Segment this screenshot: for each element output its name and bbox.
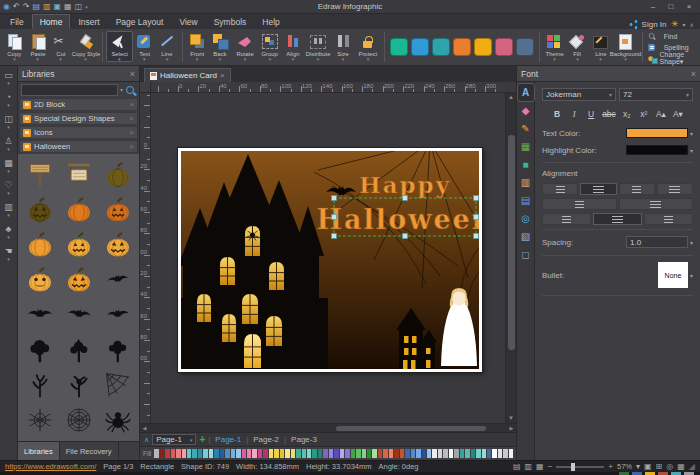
- fill-swatch-44[interactable]: [389, 449, 393, 458]
- fill-swatch-63[interactable]: [492, 449, 496, 458]
- library-group-icons[interactable]: Icons×: [19, 126, 138, 139]
- align-vertical-button-1[interactable]: [542, 213, 591, 225]
- library-category-hand-icon[interactable]: ☚▾: [1, 246, 17, 266]
- change-shape-button[interactable]: Change Shape▾: [647, 53, 696, 63]
- fill-swatch-48[interactable]: [411, 449, 415, 458]
- font-size-select[interactable]: 72▾: [619, 88, 693, 101]
- magnifier-icon[interactable]: ◎: [666, 462, 673, 472]
- maximize-button[interactable]: □: [663, 1, 679, 12]
- fill-swatch-65[interactable]: [503, 449, 507, 458]
- horizontal-scroll-thumb[interactable]: [336, 426, 486, 431]
- halloween-card[interactable]: Happy Halloween: [178, 148, 482, 372]
- background-button[interactable]: Background▾: [612, 31, 639, 62]
- presentation-view-icon[interactable]: ▦: [536, 462, 544, 472]
- fill-swatch-30[interactable]: [312, 449, 316, 458]
- rotate-button[interactable]: Rotate▾: [231, 31, 258, 62]
- collapse-ribbon-icon[interactable]: ∧: [690, 21, 694, 28]
- library-shape-jack-o-lantern[interactable]: [59, 227, 98, 262]
- fill-swatch-49[interactable]: [416, 449, 420, 458]
- vertical-scroll-thumb[interactable]: [508, 135, 515, 350]
- search-icon[interactable]: [125, 85, 136, 96]
- print-icon[interactable]: ▦: [64, 0, 72, 13]
- superscript-button[interactable]: x²: [637, 108, 651, 120]
- fill-swatch-64[interactable]: [498, 449, 502, 458]
- fill-swatch-26[interactable]: [291, 449, 295, 458]
- fill-swatch-2[interactable]: [160, 449, 164, 458]
- resize-grip[interactable]: ◢: [689, 462, 695, 471]
- library-shape-jack-o-lantern-scary[interactable]: [59, 262, 98, 297]
- library-shape-web-round[interactable]: [59, 402, 98, 437]
- theme-color-swatch-7[interactable]: [516, 38, 534, 56]
- fill-swatch-1[interactable]: [154, 449, 158, 458]
- fill-swatch-39[interactable]: [362, 449, 366, 458]
- library-shape-bat-3[interactable]: [98, 297, 137, 332]
- fill-swatch-22[interactable]: [269, 449, 273, 458]
- library-shape-tree-1[interactable]: [20, 332, 59, 367]
- fill-swatch-60[interactable]: [476, 449, 480, 458]
- search-dropdown-icon[interactable]: ▾: [120, 88, 123, 92]
- card-text-happy[interactable]: Happy: [359, 171, 451, 198]
- fill-swatch-47[interactable]: [405, 449, 409, 458]
- pen-tool-icon[interactable]: ✎: [518, 120, 534, 137]
- theme-color-swatch-2[interactable]: [411, 38, 429, 56]
- document-tool-icon[interactable]: ▤: [518, 192, 534, 209]
- fill-swatch-45[interactable]: [394, 449, 398, 458]
- pan-icon[interactable]: ▦: [677, 462, 685, 472]
- underline-button[interactable]: U: [584, 108, 598, 120]
- comment-tool-icon[interactable]: ◻: [518, 246, 534, 263]
- library-shape-bat-small[interactable]: [98, 262, 137, 297]
- zoom-level[interactable]: 57%: [617, 462, 632, 471]
- library-shape-tree-bare[interactable]: [20, 367, 59, 402]
- theme-color-swatch-6[interactable]: [495, 38, 513, 56]
- fill-swatch-37[interactable]: [351, 449, 355, 458]
- collapse-pages-icon[interactable]: ∧: [144, 436, 149, 444]
- library-shape-pumpkin-orange[interactable]: [59, 192, 98, 227]
- close-library-icon[interactable]: ×: [129, 114, 134, 123]
- edrawsoft-link[interactable]: https://www.edrawsoft.com/: [5, 462, 96, 471]
- fill-swatch-15[interactable]: [231, 449, 235, 458]
- fill-swatch-9[interactable]: [198, 449, 202, 458]
- fill-swatch-24[interactable]: [280, 449, 284, 458]
- horizontal-scrollbar[interactable]: ◀ ▶: [140, 423, 516, 432]
- preview-icon[interactable]: ◫: [75, 0, 83, 13]
- fill-swatch-54[interactable]: [443, 449, 447, 458]
- library-category-people-icon[interactable]: ♙▾: [1, 136, 17, 156]
- library-shape-jack-o-lantern-grin[interactable]: [98, 227, 137, 262]
- menu-page-layout[interactable]: Page Layout: [108, 14, 172, 29]
- library-shape-pumpkin-happy[interactable]: [20, 262, 59, 297]
- library-shape-tree-3[interactable]: [98, 332, 137, 367]
- normal-view-icon[interactable]: ▤: [513, 462, 521, 472]
- fill-swatch-33[interactable]: [329, 449, 333, 458]
- library-shape-tree-spooky[interactable]: [59, 367, 98, 402]
- protect-button[interactable]: Protect▾: [354, 31, 381, 62]
- redo-icon[interactable]: ↷: [23, 0, 30, 13]
- theme-color-swatch-5[interactable]: [474, 38, 492, 56]
- library-category-grid-icon[interactable]: ▥▾: [1, 202, 17, 222]
- bullet-dropdown-icon[interactable]: ▾: [690, 272, 693, 279]
- fill-swatch-16[interactable]: [236, 449, 240, 458]
- line-button[interactable]: Line▾: [156, 31, 179, 62]
- sign-in-link[interactable]: Sign In: [642, 20, 667, 29]
- size-button[interactable]: Size▾: [331, 31, 354, 62]
- copy-button[interactable]: Copy▾: [3, 31, 26, 62]
- page-tab-page-2[interactable]: Page-2: [251, 435, 281, 444]
- add-page-button[interactable]: +: [199, 434, 205, 445]
- save-icon[interactable]: ▣: [54, 0, 62, 13]
- logo-icon[interactable]: ◉: [3, 0, 10, 13]
- close-library-icon[interactable]: ×: [129, 100, 134, 109]
- quick-access-dropdown-icon[interactable]: ▾: [85, 5, 88, 9]
- fill-swatch-58[interactable]: [465, 449, 469, 458]
- fill-swatch-12[interactable]: [214, 449, 218, 458]
- library-shape-web-corner[interactable]: [98, 367, 137, 402]
- bullet-select[interactable]: None: [658, 262, 688, 288]
- fill-swatch-11[interactable]: [209, 449, 213, 458]
- align-vertical-button-2[interactable]: [593, 213, 642, 225]
- indent-button-2[interactable]: [619, 198, 694, 210]
- fill-swatch-56[interactable]: [454, 449, 458, 458]
- close-libraries-icon[interactable]: ×: [130, 69, 135, 79]
- fill-swatch-28[interactable]: [302, 449, 306, 458]
- align-horizontal-button-2[interactable]: [580, 183, 616, 195]
- fill-swatch-4[interactable]: [171, 449, 175, 458]
- panel-tab-libraries[interactable]: Libraries: [18, 442, 60, 460]
- fill-swatch-61[interactable]: [482, 449, 486, 458]
